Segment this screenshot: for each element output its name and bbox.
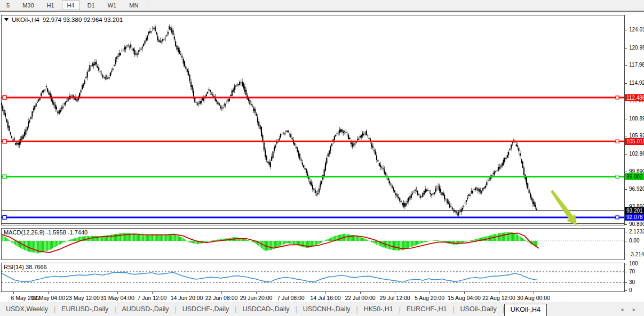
time-axis-tick bbox=[464, 292, 465, 294]
time-axis-tick bbox=[291, 292, 291, 294]
price-axis-label: 96.920 bbox=[629, 186, 644, 192]
price-axis-label: 90.890 bbox=[629, 221, 644, 227]
tab-usdx-weekly[interactable]: USDX,Weekly bbox=[0, 303, 54, 316]
price-axis-tick bbox=[625, 189, 627, 190]
horizontal-line-112.486[interactable] bbox=[2, 96, 624, 100]
rsi-axis-tick bbox=[625, 290, 627, 291]
tab-hk50-h1[interactable]: HK50-,H1 bbox=[358, 303, 399, 316]
price-axis-tick bbox=[625, 48, 627, 48]
macd-axis: 2.12320.00-3.2148 bbox=[625, 228, 644, 260]
timeframe-button-h1[interactable]: H1 bbox=[42, 1, 60, 10]
rsi-axis-label: 0 bbox=[629, 287, 632, 293]
tab-usoil-daily[interactable]: USOil-,Daily bbox=[455, 303, 503, 316]
price-axis-tick bbox=[625, 30, 627, 30]
time-axis-tick bbox=[48, 292, 49, 294]
price-axis-tick bbox=[625, 83, 627, 84]
macd-axis-label: -3.2148 bbox=[629, 252, 644, 257]
tab-scroll-right-icon[interactable]: ► bbox=[632, 307, 637, 312]
tab-audusd-daily[interactable]: AUDUSD-,Daily bbox=[116, 303, 174, 316]
time-axis-tick bbox=[360, 292, 361, 294]
tab-usdcad-daily[interactable]: USDCAD-,Daily bbox=[236, 303, 295, 316]
toolbar-separator bbox=[147, 2, 147, 9]
timeframe-button-w1[interactable]: W1 bbox=[102, 1, 122, 10]
time-axis-tick bbox=[13, 292, 14, 294]
time-axis-tick bbox=[117, 292, 118, 294]
candlestick-wicks bbox=[2, 25, 537, 217]
price-axis-label: 114.920 bbox=[629, 80, 644, 86]
timeframe-toolbar: 5M30H1H4D1W1MN bbox=[0, 0, 644, 11]
down-arrow-annotation[interactable] bbox=[551, 190, 577, 226]
rsi-axis-tick bbox=[625, 264, 627, 264]
tab-usdchf-daily[interactable]: USDCHF-,Daily bbox=[177, 303, 235, 316]
tab-ukoil-h4[interactable]: UKOil-,H4 bbox=[504, 304, 547, 316]
time-axis-tick bbox=[395, 292, 395, 294]
price-axis-label: 117.980 bbox=[629, 62, 644, 68]
timeframe-button-5[interactable]: 5 bbox=[1, 1, 15, 10]
horizontal-line-92.078[interactable] bbox=[2, 215, 624, 219]
price-badge: 92.078 bbox=[625, 214, 644, 221]
horizontal-line-99.002[interactable] bbox=[2, 175, 624, 179]
rsi-axis-label: 30 bbox=[629, 279, 635, 285]
time-axis-tick bbox=[430, 292, 430, 294]
price-axis-tick bbox=[625, 136, 627, 136]
time-axis-tick bbox=[499, 292, 499, 294]
price-axis-label: 102.860 bbox=[629, 151, 644, 157]
timeframe-button-h4[interactable]: H4 bbox=[62, 1, 80, 10]
price-badge: 112.486 bbox=[625, 94, 644, 101]
time-axis-tick bbox=[187, 292, 187, 294]
time-axis-label: 30 Aug 00:00 bbox=[510, 295, 558, 301]
tab-usdcnh-daily[interactable]: USDCNH-,Daily bbox=[297, 303, 356, 316]
chart-workspace: UKOil-,H4 92.974 93.380 92.964 93.201 12… bbox=[0, 12, 644, 303]
rsi-axis-tick bbox=[625, 282, 627, 283]
price-axis-tick bbox=[625, 224, 627, 225]
time-axis-tick bbox=[256, 292, 257, 294]
chart-title: UKOil-,H4 92.974 93.380 92.964 93.201 bbox=[4, 17, 126, 23]
tab-scroll-left-icon[interactable]: ◄ bbox=[619, 307, 624, 312]
tab-scroll-arrows: ◄► bbox=[619, 303, 644, 316]
price-axis-label: 124.010 bbox=[629, 27, 644, 33]
price-badge: 105.015 bbox=[625, 138, 644, 145]
rsi-axis-label: 70 bbox=[629, 269, 635, 274]
horizontal-line-105.015[interactable] bbox=[2, 140, 624, 143]
chart-symbol-dropdown-icon[interactable] bbox=[4, 18, 9, 21]
time-axis-tick bbox=[534, 292, 534, 294]
macd-axis-tick bbox=[625, 232, 627, 232]
price-axis-tick bbox=[625, 172, 627, 172]
macd-axis-label: 2.1232 bbox=[629, 229, 644, 234]
rsi-panel-area[interactable] bbox=[1, 263, 625, 292]
macd-axis-tick bbox=[625, 255, 627, 255]
rsi-axis-tick bbox=[625, 272, 627, 272]
trading-terminal-window: 5M30H1H4D1W1MN UKOil-,H4 92.974 93.380 9… bbox=[0, 0, 644, 316]
rsi-axis-label: 100 bbox=[629, 261, 638, 266]
price-axis-tick bbox=[625, 119, 627, 119]
chart-symbol-period: UKOil-,H4 bbox=[12, 17, 39, 23]
chart-ohlc-values: 92.974 93.380 92.964 93.201 bbox=[43, 17, 123, 23]
time-axis-tick bbox=[221, 292, 222, 294]
price-axis-tick bbox=[625, 154, 627, 155]
macd-panel-area[interactable] bbox=[1, 228, 625, 260]
macd-indicator-label: MACD(12,26,9) -1.5958 -1.7440 bbox=[4, 229, 88, 236]
time-axis[interactable]: 6 May 202216 May 04:0023 May 12:0031 May… bbox=[1, 292, 625, 303]
macd-axis-label: 0.00 bbox=[629, 238, 639, 244]
time-axis-tick bbox=[83, 292, 83, 294]
rsi-indicator-label: RSI(14) 38.7666 bbox=[4, 264, 47, 270]
timeframe-button-m30[interactable]: M30 bbox=[17, 1, 39, 10]
price-axis-label: 120.950 bbox=[629, 45, 644, 51]
tab-eurchf-h1[interactable]: EURCHF-,H1 bbox=[401, 303, 453, 316]
price-badge: 99.002 bbox=[625, 173, 644, 180]
time-axis-tick bbox=[152, 292, 153, 294]
price-axis-tick bbox=[625, 65, 627, 66]
price-axis[interactable]: 124.010120.950117.980114.920111.950108.8… bbox=[625, 15, 644, 225]
timeframe-button-mn[interactable]: MN bbox=[124, 1, 144, 10]
rsi-axis: 10070300 bbox=[625, 263, 644, 292]
rsi-line bbox=[2, 272, 538, 282]
price-badge: 93.201 bbox=[625, 207, 644, 214]
tab-eurusd-daily[interactable]: EURUSD-,Daily bbox=[55, 303, 114, 316]
macd-axis-tick bbox=[625, 241, 627, 241]
chart-tab-bar: USDX,Weekly|EURUSD-,Daily|AUDUSD-,Daily|… bbox=[0, 303, 644, 316]
candlestick-bodies bbox=[2, 26, 537, 215]
time-axis-tick bbox=[325, 292, 326, 294]
main-chart-area[interactable] bbox=[1, 15, 625, 225]
price-axis-label: 108.890 bbox=[629, 116, 644, 121]
timeframe-button-d1[interactable]: D1 bbox=[82, 1, 100, 10]
